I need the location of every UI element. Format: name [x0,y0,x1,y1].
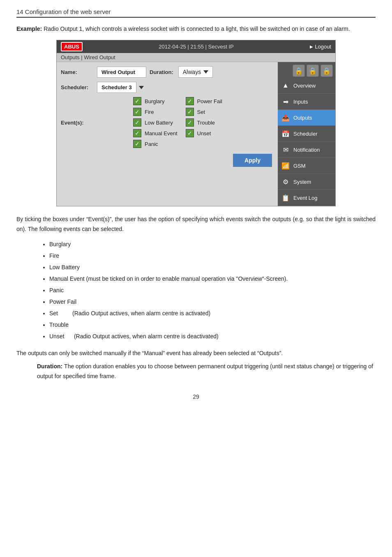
event-powerfail: Power Fail [186,97,230,105]
section-header-text: 14 Configuration of the web server [16,8,111,15]
scheduler-label: Scheduler: [61,84,94,90]
sidebar-item-outputs[interactable]: 📤 Outputs [278,110,335,126]
checkbox-burglary[interactable] [133,97,141,105]
sidebar-label-notification: Notification [293,147,320,153]
page: 14 Configuration of the web server Examp… [0,0,392,416]
list-item-panic: Panic [49,284,376,296]
sidebar-label-eventlog: Event Log [293,195,318,201]
sidebar-nav: ▲ Overview ➡ Inputs 📤 Outputs 📅 Schedule… [278,78,335,206]
ui-sidebar: 🔒 🔒 🔒 ▲ Overview ➡ Inputs 📤 [278,62,335,206]
ui-main-panel: Name: Wired Output Duration: Always Sche… [57,62,278,206]
sidebar-label-scheduler: Scheduler [293,131,318,137]
checkbox-powerfail[interactable] [186,97,194,105]
sidebar-label-inputs: Inputs [293,99,308,105]
duration-value: Always [183,69,201,75]
scheduler-select[interactable]: Scheduler 3 [97,82,144,93]
sidebar-item-inputs[interactable]: ➡ Inputs [278,94,335,110]
checkbox-panic[interactable] [133,140,141,148]
list-item-burglary: Burglary [49,238,376,250]
list-item-manualevent: Manual Event (must be ticked on in order… [49,273,376,284]
duration-select[interactable]: Always [178,66,213,78]
scheduler-dropdown-arrow [139,86,144,89]
checkbox-manualevent[interactable] [133,129,141,137]
event-lowbattery: Low Battery [133,118,178,127]
logout-button[interactable]: Logout [310,44,331,50]
list-item-unset: Unset (Radio Output actives, when alarm … [49,331,376,342]
sidebar-item-scheduler[interactable]: 📅 Scheduler [278,126,335,142]
event-set: Set [186,108,230,116]
name-label: Name: [61,69,94,75]
lock-icons-row: 🔒 🔒 🔒 [278,62,335,78]
events-grid: Burglary Power Fail Fire [133,97,230,148]
checkbox-fire[interactable] [133,108,141,116]
outputs-icon: 📤 [281,113,290,122]
event-empty [186,140,230,148]
sidebar-item-notification[interactable]: ✉ Notification [278,142,335,158]
event-label-fire: Fire [145,109,154,115]
checkbox-trouble[interactable] [186,118,194,127]
event-label-manualevent: Manual Event [145,130,178,136]
lock-icon-2[interactable]: 🔒 [307,65,319,77]
inputs-icon: ➡ [281,97,290,106]
sidebar-item-overview[interactable]: ▲ Overview [278,78,335,94]
system-icon: ⚙ [281,177,290,186]
body-paragraph1: By ticking the boxes under “Event(s)”, t… [16,215,376,234]
ui-body: Name: Wired Output Duration: Always Sche… [57,62,335,206]
sidebar-label-outputs: Outputs [293,115,312,121]
duration-dropdown-arrow [203,70,208,74]
apply-button[interactable]: Apply [233,154,272,167]
sidebar-item-gsm[interactable]: 📶 GSM [278,158,335,174]
event-label-burglary: Burglary [145,98,164,104]
checkbox-lowbattery[interactable] [133,118,141,127]
event-panic: Panic [133,140,178,148]
ui-screenshot: ABUS 2012-04-25 | 21:55 | Secvest IP Log… [56,40,336,206]
lock-icon-3[interactable]: 🔒 [321,65,333,77]
sidebar-item-system[interactable]: ⚙ System [278,174,335,190]
event-label-trouble: Trouble [197,120,215,126]
list-item-fire: Fire [49,250,376,261]
ui-datetime: 2012-04-25 | 21:55 | Secvest IP [159,44,233,50]
event-label-panic: Panic [145,141,158,147]
abus-logo: ABUS [61,42,83,51]
lock-icon-1[interactable]: 🔒 [293,65,305,77]
event-burglary: Burglary [133,97,178,105]
section-header: 14 Configuration of the web server [16,8,376,18]
event-label-powerfail: Power Fail [197,98,222,104]
bullet-list: Burglary Fire Low Battery Manual Event (… [49,238,376,342]
example-label: Example: [16,25,42,32]
events-row: Event(s): Burglary Power Fail [61,97,274,148]
scheduler-value: Scheduler 3 [97,82,136,93]
event-unset: Unset [186,129,230,137]
example-block: Example: Radio Output 1, which controls … [16,24,376,33]
notification-icon: ✉ [281,145,290,154]
checkbox-unset[interactable] [186,129,194,137]
event-fire: Fire [133,108,178,116]
sidebar-label-system: System [293,179,311,185]
event-label-unset: Unset [197,130,211,136]
event-manualevent: Manual Event [133,129,178,137]
gsm-icon: 📶 [281,161,290,170]
event-label-lowbattery: Low Battery [145,120,173,126]
overview-icon: ▲ [281,81,290,90]
ui-header-bar: ABUS 2012-04-25 | 21:55 | Secvest IP Log… [57,40,335,53]
checkbox-set[interactable] [186,108,194,116]
example-text: Radio Output 1, which controls a wireles… [44,25,350,32]
scheduler-row: Scheduler: Scheduler 3 [61,82,274,93]
duration-term-label: Duration: [37,363,64,370]
duration-description: Duration: The option duration enables yo… [37,362,376,381]
name-value: Wired Output [97,67,146,78]
list-item-powerfail: Power Fail [49,296,376,307]
eventlog-icon: 📋 [281,193,290,202]
name-duration-row: Name: Wired Output Duration: Always [61,66,274,78]
duration-label: Duration: [150,69,173,75]
event-trouble: Trouble [186,118,230,127]
sidebar-item-eventlog[interactable]: 📋 Event Log [278,190,335,206]
list-item-lowbattery: Low Battery [49,261,376,273]
page-number: 29 [16,393,376,400]
list-item-trouble: Trouble [49,319,376,331]
body-paragraph2: The outputs can only be switched manuall… [16,349,376,358]
sidebar-label-overview: Overview [293,83,316,89]
events-label: Event(s): [61,120,94,126]
scheduler-icon: 📅 [281,129,290,138]
duration-term-text: The option duration enables you to choos… [37,363,373,379]
